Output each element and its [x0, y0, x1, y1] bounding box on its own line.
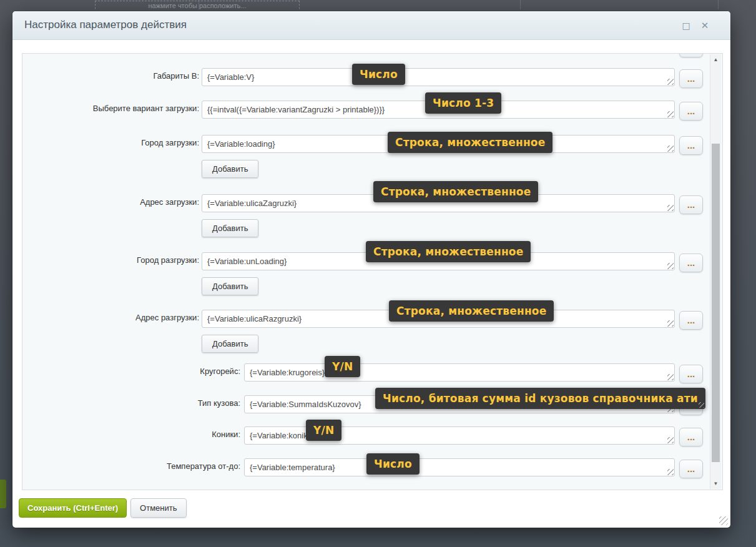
add-button[interactable]: Добавить	[202, 335, 258, 353]
field-label: Кругорейс:	[22, 367, 240, 376]
ellipsis-button[interactable]: ...	[679, 195, 703, 214]
field-label: Температура от-до:	[22, 461, 240, 471]
ellipsis-button[interactable]: ...	[679, 460, 703, 478]
ellipsis-button[interactable]: ...	[679, 254, 703, 272]
type-tooltip: Y/N	[325, 356, 360, 377]
resize-handle-icon[interactable]	[667, 437, 674, 443]
ellipsis-button[interactable]: ...	[679, 365, 703, 383]
maximize-icon[interactable]: □	[680, 20, 692, 31]
resize-handle-icon[interactable]	[667, 374, 674, 380]
resize-handle-icon[interactable]	[667, 145, 674, 152]
field-label: Город загрузки:	[22, 138, 199, 147]
add-button[interactable]: Добавить	[202, 219, 258, 237]
resize-handle-icon[interactable]	[667, 263, 674, 269]
close-icon[interactable]: ✕	[699, 20, 710, 31]
field-label: Адрес разгрузки:	[22, 313, 199, 322]
cancel-button[interactable]: Отменить	[130, 498, 186, 518]
scrollbar-thumb[interactable]	[712, 144, 720, 462]
type-tooltip: Число, битовая сумма id кузовов справочн…	[375, 388, 705, 409]
field-label: Габариты В:	[22, 71, 199, 81]
ellipsis-button[interactable]: ...	[679, 69, 703, 88]
resize-handle-icon[interactable]	[667, 111, 674, 117]
background-divider	[718, 0, 719, 9]
vertical-scrollbar[interactable]: ▲ ▼	[710, 54, 721, 489]
resize-handle-icon[interactable]	[667, 320, 674, 327]
type-tooltip: Строка, множественное	[389, 300, 554, 322]
field-label: Город разгрузки:	[22, 255, 199, 265]
background-page-strip: нажмите чтобы расположить...	[0, 0, 756, 9]
add-button[interactable]: Добавить	[202, 160, 258, 178]
type-tooltip: Число 1-3	[425, 92, 501, 114]
krugoreis-input[interactable]: {=Variable:krugoreis}	[244, 363, 675, 382]
type-tooltip: Строка, множественное	[388, 132, 552, 153]
gabarity-v-input[interactable]: {=Variable:V}	[202, 68, 675, 86]
type-tooltip: Число	[366, 453, 420, 475]
save-button[interactable]: Сохранить (Ctrl+Enter)	[19, 498, 127, 518]
ellipsis-button[interactable]: ...	[679, 311, 703, 330]
dialog-resize-grip-icon[interactable]	[719, 516, 728, 525]
ellipsis-button[interactable]: ...	[679, 428, 703, 446]
field-label: Коники:	[22, 430, 240, 439]
field-label: Тип кузова:	[22, 398, 240, 408]
scroll-up-icon[interactable]: ▲	[710, 57, 721, 62]
resize-handle-icon[interactable]	[667, 469, 674, 475]
ellipsis-button-clipped[interactable]: ...	[679, 53, 703, 57]
resize-handle-icon[interactable]	[667, 79, 674, 85]
background-divider	[520, 0, 521, 9]
background-drop-hint-text: нажмите чтобы расположить...	[149, 2, 247, 9]
type-tooltip: Строка, множественное	[366, 241, 531, 262]
field-label: Выберите вариант загрузки:	[22, 104, 199, 113]
temperatura-input[interactable]: {=Variable:temperatura}	[244, 458, 675, 476]
action-parameters-dialog: Настройка параметров действия □ ✕ ... Га…	[12, 11, 730, 528]
scroll-down-icon[interactable]: ▼	[710, 481, 721, 486]
resize-handle-icon	[699, 402, 704, 408]
form-scroll-panel: ... Габариты В: {=Variable:V} Число ... …	[22, 53, 723, 490]
ellipsis-button[interactable]: ...	[679, 102, 703, 121]
dialog-title: Настройка параметров действия	[24, 19, 187, 31]
background-drop-hint: нажмите чтобы расположить...	[95, 1, 300, 9]
ellipsis-button[interactable]: ...	[679, 136, 703, 155]
type-tooltip: Y/N	[306, 420, 341, 441]
type-tooltip: Строка, множественное	[373, 181, 538, 202]
add-button[interactable]: Добавить	[202, 277, 258, 295]
dialog-footer: Сохранить (Ctrl+Enter) Отменить	[19, 498, 187, 518]
resize-handle-icon[interactable]	[667, 205, 674, 211]
background-green-tab	[0, 480, 6, 508]
field-label: Адрес загрузки:	[22, 197, 199, 207]
dialog-titlebar: Настройка параметров действия □ ✕	[12, 11, 730, 40]
type-tooltip: Число	[352, 64, 405, 85]
